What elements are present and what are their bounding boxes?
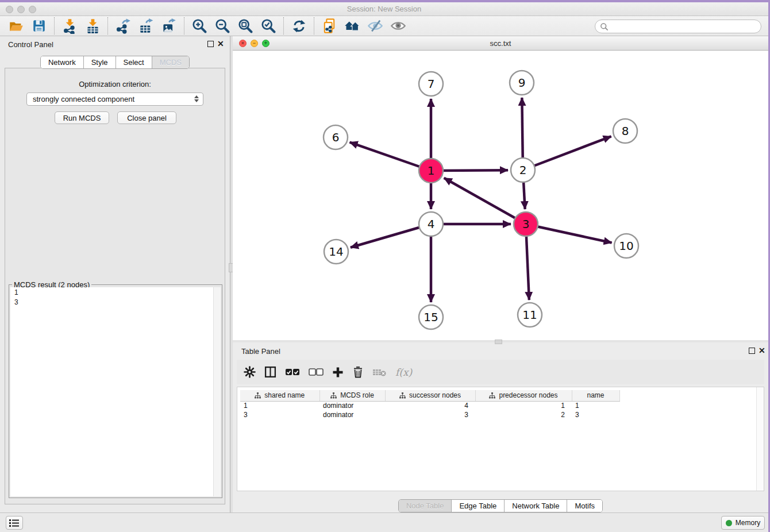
table-cell[interactable]: 3 bbox=[240, 410, 319, 419]
tab-style[interactable]: Style bbox=[84, 56, 116, 68]
table-cell[interactable]: 1 bbox=[240, 401, 319, 410]
tab-edge-table[interactable]: Edge Table bbox=[452, 500, 505, 512]
graph-edge-1-6[interactable] bbox=[350, 142, 431, 171]
table-options-button[interactable] bbox=[244, 365, 256, 380]
zoom-selected-icon bbox=[260, 18, 276, 34]
close-panel-button[interactable]: Close panel bbox=[117, 111, 176, 124]
export-table-button[interactable] bbox=[134, 17, 157, 35]
tab-network-table[interactable]: Network Table bbox=[505, 500, 567, 512]
divider-grip-icon[interactable] bbox=[495, 340, 502, 344]
refresh-view-button[interactable] bbox=[287, 17, 310, 35]
network-canvas[interactable]: 7968124314101511 bbox=[233, 51, 768, 340]
status-bar: Memory bbox=[0, 512, 768, 532]
table-row[interactable]: 1dominator411 bbox=[240, 401, 619, 410]
main-content: Control Panel ✕ NetworkStyleSelectMCDS O… bbox=[0, 36, 768, 512]
graph-node-label: 9 bbox=[518, 76, 526, 90]
table-cell[interactable]: dominator bbox=[319, 401, 385, 410]
column-visibility-button[interactable] bbox=[264, 365, 276, 380]
table-cell[interactable]: 3 bbox=[385, 410, 475, 419]
graph-node-label: 10 bbox=[619, 239, 633, 253]
control-panel-header: Control Panel ✕ bbox=[0, 36, 230, 51]
import-network-button[interactable] bbox=[58, 17, 81, 35]
open-file-button[interactable] bbox=[5, 17, 28, 35]
memory-status-icon bbox=[726, 520, 732, 526]
column-header-predecessor-nodes[interactable]: predecessor nodes bbox=[475, 390, 572, 401]
column-header-name[interactable]: name bbox=[572, 390, 619, 401]
control-panel-close-button[interactable]: ✕ bbox=[217, 40, 224, 48]
delete-table-button bbox=[372, 365, 387, 380]
graph-node-label: 8 bbox=[622, 124, 629, 138]
delete-table-icon bbox=[372, 368, 387, 377]
optimization-criterion-select[interactable]: strongly connected component bbox=[26, 92, 203, 106]
toolbar-separator bbox=[54, 17, 55, 34]
mcds-result-scrollbar[interactable] bbox=[213, 287, 221, 496]
save-session-button[interactable] bbox=[28, 17, 51, 35]
app-titlebar: Session: New Session bbox=[0, 2, 768, 16]
import-table-button[interactable] bbox=[81, 17, 104, 35]
table-cell[interactable]: 4 bbox=[385, 401, 475, 410]
table-panel-tabs: Node TableEdge TableNetwork TableMotifs bbox=[233, 499, 768, 512]
column-header-shared-name[interactable]: shared name bbox=[240, 390, 319, 401]
column-header-MCDS-role[interactable]: MCDS role bbox=[319, 390, 385, 401]
table-cell[interactable]: 3 bbox=[572, 410, 619, 419]
toolbar-separator bbox=[283, 17, 284, 34]
graph-edge-2-8[interactable] bbox=[523, 136, 611, 170]
graph-node-label: 4 bbox=[428, 217, 435, 231]
tab-select[interactable]: Select bbox=[116, 56, 152, 68]
zoom-in-button[interactable] bbox=[188, 17, 211, 35]
control-panel-float-button[interactable] bbox=[207, 41, 214, 47]
table-panel-title: Table Panel bbox=[241, 347, 280, 356]
optimization-criterion-value: strongly connected component bbox=[33, 95, 134, 103]
tab-mcds[interactable]: MCDS bbox=[152, 56, 189, 68]
open-folder-icon bbox=[9, 18, 24, 34]
hide-selection-button[interactable] bbox=[364, 17, 387, 35]
mcds-result-list[interactable]: 13 bbox=[10, 287, 213, 496]
search-input[interactable] bbox=[611, 22, 756, 31]
tab-node-table[interactable]: Node Table bbox=[399, 500, 452, 512]
graph-edge-3-10[interactable] bbox=[526, 224, 612, 242]
mcds-result-line: 3 bbox=[10, 297, 213, 307]
table-cell[interactable]: dominator bbox=[319, 410, 385, 419]
import-network-icon bbox=[62, 18, 78, 34]
duplicate-network-button[interactable] bbox=[318, 17, 341, 35]
table-panel-close-button[interactable]: ✕ bbox=[759, 346, 765, 354]
memory-button[interactable]: Memory bbox=[721, 516, 765, 530]
export-network-button[interactable] bbox=[111, 17, 134, 35]
app-window: Session: New Session bbox=[0, 2, 768, 532]
graph-node-label: 2 bbox=[519, 163, 527, 177]
select-all-rows-button[interactable] bbox=[285, 365, 300, 380]
zoom-selected-button[interactable] bbox=[257, 17, 280, 35]
node-table[interactable]: shared nameMCDS rolesuccessor nodesprede… bbox=[240, 390, 620, 419]
graph-edge-3-1[interactable] bbox=[444, 178, 526, 224]
zoom-in-icon bbox=[191, 18, 207, 34]
table-scrollbar[interactable] bbox=[756, 387, 764, 491]
tab-network[interactable]: Network bbox=[41, 56, 84, 68]
deselect-all-rows-button[interactable] bbox=[309, 365, 324, 380]
tab-motifs[interactable]: Motifs bbox=[567, 500, 602, 512]
add-column-button[interactable] bbox=[332, 365, 344, 380]
table-panel-float-button[interactable] bbox=[749, 348, 755, 354]
save-icon bbox=[32, 18, 47, 33]
go-home-button[interactable] bbox=[341, 17, 364, 35]
zoom-fit-button[interactable] bbox=[234, 17, 257, 35]
control-panel: Control Panel ✕ NetworkStyleSelectMCDS O… bbox=[0, 36, 230, 512]
table-cell[interactable]: 2 bbox=[475, 410, 572, 419]
eye-icon bbox=[390, 18, 406, 34]
zoom-out-button[interactable] bbox=[211, 17, 234, 35]
search-box bbox=[595, 20, 761, 33]
control-panel-tabs: NetworkStyleSelectMCDS bbox=[0, 56, 230, 69]
table-cell[interactable]: 1 bbox=[572, 401, 619, 410]
table-cell[interactable]: 1 bbox=[475, 401, 572, 410]
column-header-successor-nodes[interactable]: successor nodes bbox=[385, 390, 475, 401]
column-type-icon bbox=[330, 392, 337, 399]
task-history-button[interactable] bbox=[6, 516, 23, 530]
export-image-button[interactable] bbox=[157, 17, 180, 35]
delete-column-button[interactable] bbox=[352, 365, 364, 380]
graph-node-label: 3 bbox=[522, 217, 530, 231]
show-view-button[interactable] bbox=[387, 17, 410, 35]
unchecked-boxes-icon bbox=[309, 368, 324, 376]
run-mcds-button[interactable]: Run MCDS bbox=[55, 111, 109, 124]
column-type-icon bbox=[255, 392, 261, 399]
window-title: Session: New Session bbox=[0, 5, 768, 13]
table-row[interactable]: 3dominator323 bbox=[240, 410, 619, 419]
